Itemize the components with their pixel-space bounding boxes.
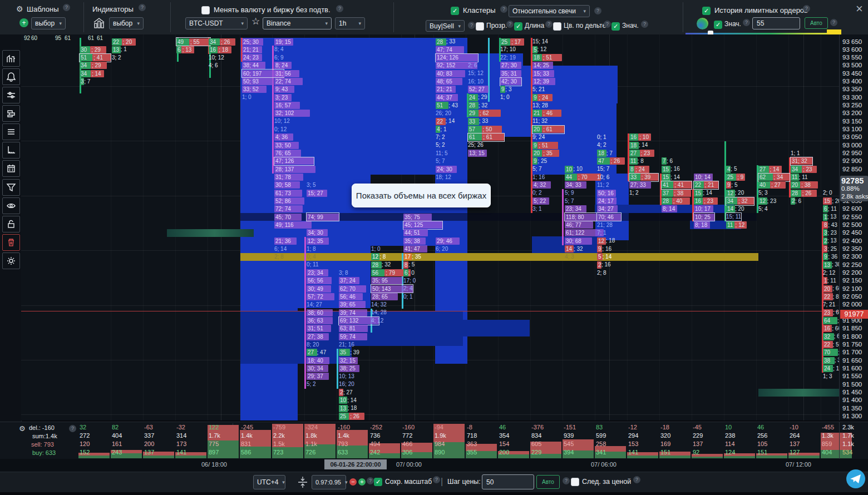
follow-price-help-icon[interactable]: ? [633, 476, 640, 483]
cluster-cell: 34; 30 [307, 229, 328, 237]
layers-icon[interactable] [2, 105, 20, 122]
settings-gear-icon[interactable] [2, 253, 20, 269]
value-checkbox[interactable]: ✓ [611, 22, 620, 31]
stats-column: 46354154200 [498, 422, 530, 458]
cluster-cell: 8; 4 [274, 46, 284, 53]
heatmap-palette-icon[interactable] [697, 18, 708, 29]
price-step-input[interactable]: 50 [482, 474, 534, 489]
cluster-cell: 19; 15 [274, 38, 293, 46]
scale-ratio-select[interactable]: 0.97:0.95▾ [312, 475, 346, 489]
clusters-checkbox[interactable]: ✓ [451, 7, 459, 15]
lock-icon[interactable] [2, 216, 20, 232]
buy-volume-bar [627, 456, 658, 458]
price-axis[interactable]: 93 65093 60093 55093 50093 45093 40093 3… [839, 34, 868, 420]
zoom-in-icon[interactable]: + [358, 478, 366, 486]
cluster-cell: 8; 24 [629, 165, 649, 173]
sum-value: 1.8k [305, 432, 317, 439]
confirm-help-icon[interactable]: ? [336, 5, 343, 12]
market-profile-icon[interactable] [2, 50, 20, 67]
cluster-cell: 27; 23 [629, 150, 654, 157]
scale-help-icon[interactable]: ? [367, 477, 374, 484]
follow-price-checkbox[interactable] [571, 478, 579, 486]
buy-volume-bar [175, 456, 206, 458]
limit-value-help-icon[interactable]: ? [743, 19, 750, 26]
limit-value-checkbox[interactable]: ✓ [714, 21, 722, 29]
price-step-auto-button[interactable]: Авто [536, 475, 560, 489]
cluster-cell: 4; 32 [532, 181, 551, 189]
length-help-icon[interactable]: ? [545, 21, 553, 28]
buy-value: 341 [596, 449, 606, 456]
limit-value-input[interactable]: 55 [752, 17, 800, 29]
symbol-select[interactable]: BTC-USDT▾ [185, 17, 248, 29]
save-scale-help-icon[interactable]: ? [433, 476, 440, 483]
time-axis[interactable]: 06/ 18:0007/ 00:0007/ 06:0007/ 12:0006-0… [0, 459, 868, 472]
trash-icon[interactable] [2, 234, 20, 251]
delta-color-checkbox[interactable] [553, 22, 561, 31]
cluster-cell: 2; 12 [823, 269, 835, 277]
sell-value: 545 [564, 440, 574, 447]
sum-value: 736 [370, 432, 380, 439]
close-icon[interactable]: × [856, 2, 863, 16]
limit-auto-help-icon[interactable]: ? [830, 19, 837, 26]
cluster-cell: 20; 60 [823, 285, 839, 293]
template-select[interactable]: выбор▾ [31, 17, 66, 29]
clusters-help-icon[interactable]: ? [500, 6, 507, 13]
limit-history-help-icon[interactable]: ? [803, 5, 810, 12]
delta-color-help-icon[interactable]: ? [604, 21, 611, 28]
summary-value: 534 [842, 449, 852, 456]
cluster-cell: 23; 34 [307, 269, 328, 277]
buysell-select[interactable]: Buy|Sell▾ [426, 20, 465, 32]
cluster-cell: 4; 2 [597, 141, 606, 149]
cluster-cell: 20; 38 [791, 181, 818, 189]
favorite-star-icon[interactable]: ☆ [251, 16, 260, 27]
cluster-cell: 1; 1 [791, 150, 800, 157]
grid-vline [175, 34, 176, 420]
cluster-cell: 39; 74 [339, 309, 367, 316]
sliders-icon[interactable] [2, 87, 20, 103]
ruler-icon[interactable] [2, 142, 20, 159]
price-step-help-icon[interactable]: ? [563, 477, 570, 484]
limit-auto-button[interactable]: Авто [805, 17, 828, 29]
transparency-checkbox[interactable] [476, 22, 484, 31]
telegram-icon[interactable] [846, 469, 865, 488]
cluster-cell: 12; 23 [758, 197, 776, 205]
save-scale-checkbox[interactable]: ✓ [374, 478, 382, 486]
stats-column: -1601.4k793633 [337, 422, 368, 458]
cluster-cell: 30; 29 [80, 46, 106, 53]
eye-icon[interactable] [2, 197, 20, 214]
limit-history-checkbox[interactable]: ✓ [702, 7, 711, 15]
buysell-help-icon[interactable]: ? [468, 22, 475, 29]
price-label: 92 900 [842, 157, 862, 164]
list-icon[interactable] [2, 123, 20, 140]
price-label: 92 000 [842, 301, 862, 308]
clusters-mode-select[interactable]: Относительно свечи▾ [509, 5, 590, 17]
delta-value: 83 [596, 424, 603, 430]
sell-value: 114 [725, 440, 735, 447]
indicators-help-icon[interactable]: ? [139, 4, 146, 11]
templates-help-icon[interactable]: ? [63, 4, 70, 11]
cluster-cell: 0; 12 [274, 126, 287, 133]
value-help-icon[interactable]: ? [641, 21, 648, 28]
zoom-out-icon[interactable]: − [349, 478, 357, 486]
scale-arrows-icon[interactable] [297, 476, 308, 488]
indicator-select[interactable]: выбор▾ [109, 17, 144, 29]
length-checkbox[interactable]: ✓ [514, 22, 522, 31]
exchange-select[interactable]: Binance▾ [263, 17, 332, 29]
transparency-help-icon[interactable]: ? [506, 21, 514, 28]
clusters-mode-help-icon[interactable]: ? [594, 7, 601, 14]
cluster-chart[interactable]: 60616192956130; 2951; 4134; 2934; 143; 7… [21, 34, 839, 420]
sum-value: 2.2k [273, 432, 285, 439]
timeframe-select[interactable]: 1h▾ [335, 17, 365, 29]
calendar-icon[interactable] [2, 160, 20, 177]
alerts-bell-icon[interactable] [2, 68, 20, 85]
value-label: Знач. [622, 22, 639, 29]
price-label: 92 400 [842, 237, 862, 244]
cluster-cell: 15; 20 [823, 197, 839, 205]
timezone-select[interactable]: UTC+4▾ [253, 475, 285, 489]
confirm-switch-checkbox[interactable] [201, 6, 210, 14]
cluster-cell: 18; 40 [307, 357, 329, 364]
add-template-icon[interactable]: + [19, 18, 28, 27]
filter-funnel-icon[interactable] [2, 179, 20, 196]
stats-column: -10264137127 [788, 422, 820, 458]
stats-column: -376834605229 [530, 422, 562, 458]
